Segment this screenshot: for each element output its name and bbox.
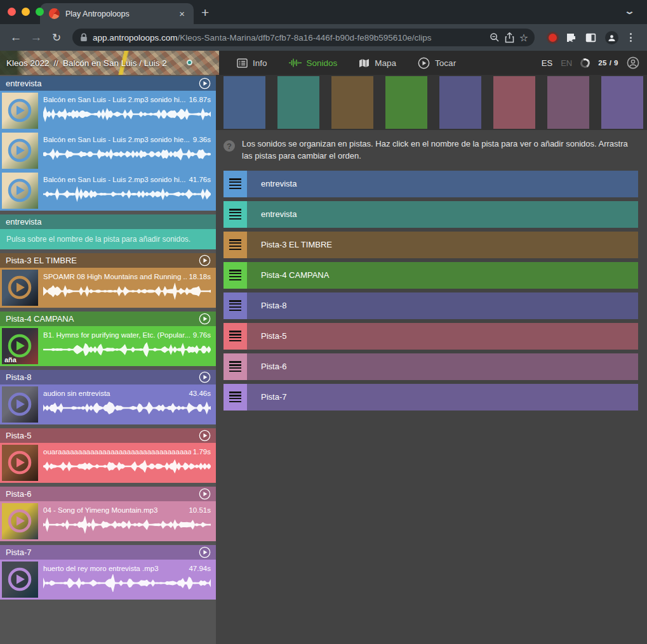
sidebar-track-name: Pista-6	[6, 489, 31, 499]
nav-tocar[interactable]: Tocar	[418, 57, 456, 69]
extension-puzzle-icon[interactable]	[566, 32, 577, 43]
lang-es[interactable]: ES	[542, 58, 552, 68]
track-drag-handle[interactable]	[223, 353, 247, 380]
audio-clip[interactable]: Balcón en San Luis - Luis 2.mp3 sonido h…	[0, 91, 216, 131]
track-row-body[interactable]: Pista-7	[247, 384, 638, 411]
lang-en[interactable]: EN	[561, 58, 572, 68]
audio-clip[interactable]: ouaraaaaaaaaaaaaaaaaaaaaaaaaaaaaaaaaaaaa…	[0, 443, 216, 483]
audio-clip[interactable]: huerto del rey moro entrevista .mp3 47.9…	[0, 560, 216, 600]
forward-button[interactable]: →	[28, 30, 44, 44]
track-row-body[interactable]: Pista-6	[247, 353, 638, 380]
record-indicator-icon[interactable]	[549, 34, 557, 42]
reload-button[interactable]: ↻	[48, 31, 65, 44]
clip-title: ouaraaaaaaaaaaaaaaaaaaaaaaaaaaaaaaaaaaaa…	[43, 448, 191, 456]
track-row-body[interactable]: Pista-8	[247, 292, 638, 319]
track-row-body[interactable]: Pista-4 CAMPANA	[247, 262, 638, 289]
track-drag-handle[interactable]	[223, 201, 247, 228]
track-row-body[interactable]: entrevista	[247, 171, 638, 197]
sidebar-track-header[interactable]: entrevista	[0, 76, 216, 91]
clip-thumbnail[interactable]	[2, 173, 38, 209]
audio-clip[interactable]: SPOAMR 08 High Mountains and Running ...…	[0, 268, 216, 308]
close-window-button[interactable]	[8, 8, 16, 16]
sidebar-track-group: entrevista Pulsa sobre el nombre de la p…	[0, 214, 216, 249]
track-row[interactable]: Pista-5	[223, 323, 638, 350]
track-drag-handle[interactable]	[223, 323, 247, 350]
track-row[interactable]: Pista-3 EL TIMBRE	[223, 232, 638, 258]
track-play-icon[interactable]	[199, 254, 211, 266]
nav-mapa[interactable]: Mapa	[359, 58, 396, 68]
clip-title: Balcón en San Luis - Luis 2.mp3 sonido h…	[43, 176, 187, 183]
track-play-icon[interactable]	[199, 488, 211, 500]
audio-clip[interactable]: Balcón en San Luis - Luis 2.mp3 sonido h…	[0, 131, 216, 171]
clip-duration: 43.46s	[189, 390, 211, 397]
clip-thumbnail[interactable]	[2, 503, 38, 539]
sidebar-track-header[interactable]: Pista-4 CAMPANA	[0, 312, 216, 326]
track-play-icon[interactable]	[199, 77, 211, 89]
clip-play-icon	[7, 178, 32, 203]
clip-waveform	[43, 574, 211, 592]
clip-thumbnail[interactable]	[2, 133, 38, 169]
track-row-body[interactable]: Pista-3 EL TIMBRE	[247, 232, 638, 258]
audio-clip[interactable]: aña B1. Hymns for purifying water, Etc. …	[0, 326, 216, 366]
track-play-icon[interactable]	[199, 430, 211, 442]
sidebar-track-header[interactable]: Pista-7	[0, 545, 216, 560]
clip-thumbnail[interactable]	[2, 445, 38, 481]
track-drag-handle[interactable]	[223, 232, 247, 258]
breadcrumb-separator: //	[54, 58, 59, 68]
sidebar-track-header[interactable]: Pista-3 EL TIMBRE	[0, 253, 216, 268]
track-row[interactable]: Pista-4 CAMPANA	[223, 262, 638, 289]
side-panel-icon[interactable]	[585, 33, 596, 43]
sidebar-track-header[interactable]: entrevista	[0, 214, 216, 229]
clip-waveform	[43, 105, 211, 123]
track-drag-handle[interactable]	[223, 171, 247, 197]
new-tab-button[interactable]: +	[201, 5, 209, 20]
track-drag-handle[interactable]	[223, 292, 247, 319]
tab-search-chevron-icon[interactable]: ⌄	[624, 6, 635, 16]
sidebar-track-header[interactable]: Pista-8	[0, 370, 216, 384]
sidebar-track-header[interactable]: Pista-6	[0, 487, 216, 501]
track-play-icon[interactable]	[199, 546, 211, 558]
track-row-body[interactable]: Pista-5	[247, 323, 638, 350]
back-button[interactable]: ←	[8, 30, 24, 44]
tab-close-icon[interactable]: ×	[177, 8, 187, 20]
track-drag-handle[interactable]	[223, 384, 247, 411]
audio-clip[interactable]: Balcón en San Luis - Luis 2.mp3 sonido h…	[0, 171, 216, 211]
track-drag-handle[interactable]	[223, 262, 247, 289]
browser-tab[interactable]: Play Antropoloops ×	[40, 3, 194, 24]
clip-thumbnail[interactable]	[2, 93, 38, 129]
audio-clip[interactable]: 04 - Song of Yimeng Mountain.mp3 10.51s	[0, 501, 216, 541]
clip-thumbnail[interactable]	[2, 270, 38, 306]
clip-thumbnail[interactable]	[2, 386, 38, 423]
audio-clip[interactable]: audion sin entrevista 43.46s	[0, 384, 216, 424]
clip-waveform	[43, 341, 211, 358]
account-icon[interactable]	[627, 56, 639, 69]
track-row-label: Pista-8	[261, 301, 286, 310]
track-play-icon[interactable]	[199, 313, 211, 325]
track-row[interactable]: Pista-6	[223, 353, 638, 380]
track-row[interactable]: Pista-8	[223, 292, 638, 319]
bookmark-star-icon[interactable]: ☆	[519, 32, 528, 44]
clip-title: huerto del rey moro entrevista .mp3	[43, 565, 187, 572]
nav-info[interactable]: Info	[237, 58, 267, 68]
nav-sonidos[interactable]: Sonidos	[289, 58, 338, 68]
clip-waveform	[43, 399, 211, 417]
minimize-window-button[interactable]	[22, 8, 30, 16]
browser-menu-icon[interactable]	[627, 33, 634, 42]
clip-play-icon	[7, 567, 32, 592]
zoom-window-button[interactable]	[36, 8, 44, 16]
track-play-icon[interactable]	[199, 371, 211, 383]
profile-avatar[interactable]	[605, 31, 618, 44]
track-row-body[interactable]: entrevista	[247, 201, 638, 228]
clip-thumbnail[interactable]: aña	[2, 328, 38, 364]
track-list: entrevista entrevista Pista-3 EL TIMBRE …	[216, 168, 647, 414]
address-bar[interactable]: app.antropoloops.com/Kleos-Santa-Marina/…	[72, 29, 535, 46]
sidebar-track-header[interactable]: Pista-5	[0, 428, 216, 443]
track-row[interactable]: entrevista	[223, 171, 638, 197]
track-row[interactable]: Pista-7	[223, 384, 638, 411]
zoom-level-icon[interactable]	[490, 32, 500, 43]
share-icon[interactable]	[505, 32, 514, 43]
clip-play-icon	[7, 333, 32, 358]
track-row[interactable]: entrevista	[223, 201, 638, 228]
clip-thumbnail[interactable]	[2, 562, 38, 598]
clip-duration: 18.18s	[189, 273, 211, 280]
